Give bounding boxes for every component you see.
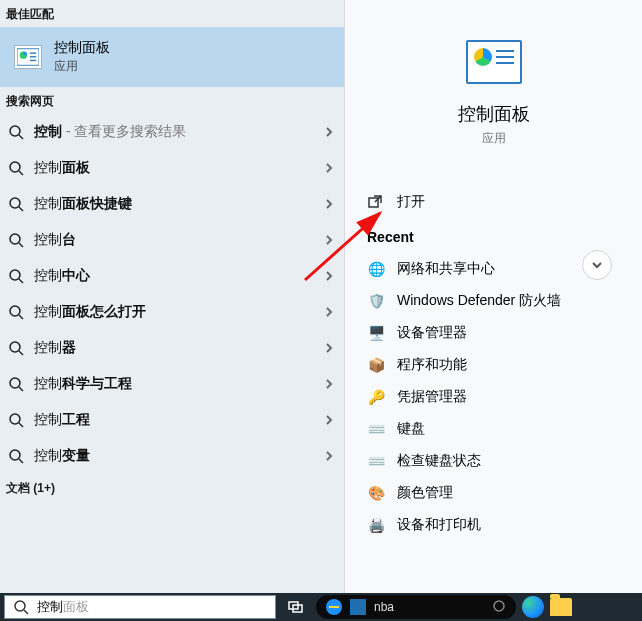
svg-line-22 <box>19 423 23 427</box>
recent-item-icon: 🎨 <box>367 484 385 502</box>
svg-point-11 <box>10 234 20 244</box>
svg-point-13 <box>10 270 20 280</box>
search-item-text: 控制变量 <box>34 447 312 465</box>
svg-point-5 <box>10 126 20 136</box>
open-action[interactable]: 打开 <box>363 183 624 221</box>
chevron-right-icon <box>322 161 336 175</box>
recent-item-icon: 🛡️ <box>367 292 385 310</box>
svg-rect-3 <box>30 56 36 57</box>
control-panel-icon <box>14 45 42 69</box>
search-item-text: 控制面板怎么打开 <box>34 303 312 321</box>
search-item[interactable]: 控制面板快捷键 <box>0 186 344 222</box>
recent-item-label: 设备和打印机 <box>397 516 481 534</box>
search-icon <box>8 304 24 320</box>
search-item[interactable]: 控制面板怎么打开 <box>0 294 344 330</box>
edge-icon[interactable] <box>522 596 544 618</box>
best-match-title: 控制面板 <box>54 39 110 57</box>
search-item[interactable]: 控制中心 <box>0 258 344 294</box>
search-item[interactable]: 控制器 <box>0 330 344 366</box>
right-panel: 控制面板 应用 打开 Recent 🌐网络和共享中心🛡️Windows Defe… <box>345 0 642 593</box>
search-item[interactable]: 控制科学与工程 <box>0 366 344 402</box>
chevron-right-icon <box>322 341 336 355</box>
search-web-label: 搜索网页 <box>0 87 344 114</box>
recent-item-label: 颜色管理 <box>397 484 453 502</box>
search-circle-icon <box>492 599 506 616</box>
left-panel: 最佳匹配 控制面板 应用 搜索网页 控制 - 查看更多搜索结果控制面板控制面板快… <box>0 0 345 593</box>
preview-title: 控制面板 <box>458 102 530 126</box>
open-icon <box>367 194 383 210</box>
taskbar: 控制面板 nba <box>0 593 642 621</box>
search-item[interactable]: 控制 - 查看更多搜索结果 <box>0 114 344 150</box>
svg-line-14 <box>19 279 23 283</box>
search-item[interactable]: 控制变量 <box>0 438 344 474</box>
svg-point-15 <box>10 306 20 316</box>
search-item-text: 控制台 <box>34 231 312 249</box>
expand-button[interactable] <box>582 250 612 280</box>
preview-sub: 应用 <box>482 130 506 147</box>
search-item[interactable]: 控制台 <box>0 222 344 258</box>
task-view-button[interactable] <box>282 595 310 619</box>
svg-rect-2 <box>30 52 36 53</box>
pc-icon <box>350 599 366 615</box>
search-icon <box>8 232 24 248</box>
svg-line-18 <box>19 351 23 355</box>
svg-line-10 <box>19 207 23 211</box>
recent-item[interactable]: ⌨️键盘 <box>345 413 642 445</box>
best-match-text: 控制面板 应用 <box>54 39 110 75</box>
search-icon <box>8 124 24 140</box>
recent-item-icon: 🖨️ <box>367 516 385 534</box>
recent-item[interactable]: 🔑凭据管理器 <box>345 381 642 413</box>
search-item[interactable]: 控制工程 <box>0 402 344 438</box>
svg-point-19 <box>10 378 20 388</box>
svg-point-17 <box>10 342 20 352</box>
recent-item-label: 键盘 <box>397 420 425 438</box>
recent-item-icon: 🌐 <box>367 260 385 278</box>
recent-item[interactable]: 🎨颜色管理 <box>345 477 642 509</box>
recent-label: Recent <box>345 221 642 251</box>
svg-line-12 <box>19 243 23 247</box>
recent-item-icon: 🖥️ <box>367 324 385 342</box>
search-item-text: 控制面板 <box>34 159 312 177</box>
chevron-right-icon <box>322 233 336 247</box>
recent-item[interactable]: 📦程序和功能 <box>345 349 642 381</box>
search-icon <box>8 160 24 176</box>
svg-line-20 <box>19 387 23 391</box>
best-match-item[interactable]: 控制面板 应用 <box>0 27 344 87</box>
svg-point-7 <box>10 162 20 172</box>
svg-point-21 <box>10 414 20 424</box>
search-icon <box>8 448 24 464</box>
search-item[interactable]: 控制面板 <box>0 150 344 186</box>
recent-item-label: 检查键盘状态 <box>397 452 481 470</box>
search-list: 控制 - 查看更多搜索结果控制面板控制面板快捷键控制台控制中心控制面板怎么打开控… <box>0 114 344 474</box>
taskbar-search[interactable]: 控制面板 <box>4 595 276 619</box>
search-icon <box>8 268 24 284</box>
svg-rect-4 <box>30 60 36 61</box>
chevron-right-icon <box>322 269 336 283</box>
taskbar-search-text: 控制面板 <box>37 598 89 616</box>
recent-item[interactable]: 🛡️Windows Defender 防火墙 <box>345 285 642 317</box>
recent-list: 🌐网络和共享中心🛡️Windows Defender 防火墙🖥️设备管理器📦程序… <box>345 251 642 543</box>
svg-point-26 <box>15 601 25 611</box>
search-icon <box>8 412 24 428</box>
recent-item-label: Windows Defender 防火墙 <box>397 292 561 310</box>
preview-header: 控制面板 应用 <box>345 20 642 147</box>
svg-point-30 <box>494 601 504 611</box>
chevron-right-icon <box>322 125 336 139</box>
recent-item[interactable]: 🖨️设备和打印机 <box>345 509 642 541</box>
recent-item[interactable]: ⌨️检查键盘状态 <box>345 445 642 477</box>
chevron-right-icon <box>322 449 336 463</box>
recent-item-label: 程序和功能 <box>397 356 467 374</box>
search-item-text: 控制器 <box>34 339 312 357</box>
search-icon <box>8 196 24 212</box>
recent-item[interactable]: 🖥️设备管理器 <box>345 317 642 349</box>
open-label: 打开 <box>397 193 425 211</box>
recent-item-label: 网络和共享中心 <box>397 260 495 278</box>
search-icon <box>8 340 24 356</box>
ie-icon <box>326 599 342 615</box>
search-item-text: 控制科学与工程 <box>34 375 312 393</box>
best-match-label: 最佳匹配 <box>0 0 344 27</box>
taskbar-widget[interactable]: nba <box>316 595 516 619</box>
svg-line-16 <box>19 315 23 319</box>
svg-line-6 <box>19 135 23 139</box>
file-explorer-icon[interactable] <box>550 598 572 616</box>
